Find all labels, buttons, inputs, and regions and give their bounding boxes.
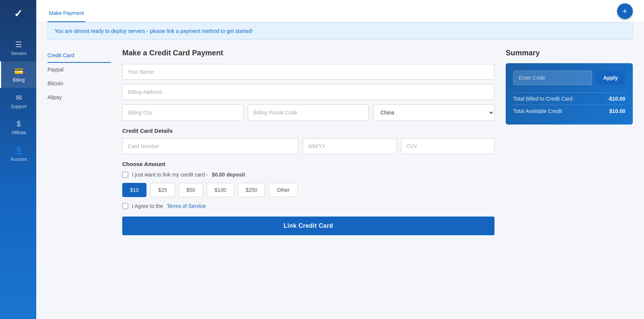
logo: ✓	[10, 4, 26, 24]
tab-make-payment[interactable]: Make Payment	[47, 10, 85, 22]
cc-details-title: Credit Card Details	[122, 128, 494, 134]
servers-icon: ☰	[15, 40, 22, 49]
sidebar: ✓ ☰ Servers 💳 Billing ✉ Support $ Affili…	[0, 0, 36, 319]
payment-method-paypal[interactable]: Paypal	[47, 63, 111, 77]
payment-method-alipay[interactable]: Alipay	[47, 91, 111, 104]
amount-btn-250[interactable]: $250	[238, 183, 265, 197]
card-number-input[interactable]	[122, 138, 298, 154]
choose-amount-title: Choose Amount	[122, 161, 494, 167]
amount-btn-25[interactable]: $25	[150, 183, 175, 197]
zero-deposit-amount: $0.00 deposit	[212, 172, 245, 178]
amount-btn-other[interactable]: Other	[269, 183, 298, 197]
sidebar-item-label-support: Support	[11, 104, 27, 109]
billing-address-group	[122, 84, 494, 100]
terms-row: I Agree to the Terms of Service	[122, 203, 494, 209]
billing-postal-input[interactable]	[248, 104, 369, 121]
sidebar-item-affiliate[interactable]: $ Affiliate	[0, 114, 36, 141]
terms-link[interactable]: Terms of Service	[167, 203, 206, 209]
sidebar-item-billing[interactable]: 💳 Billing	[0, 61, 36, 88]
card-details-row	[122, 138, 494, 154]
payment-form-panel: Make a Credit Card Payment China United …	[122, 49, 494, 310]
main-content: Make Payment + You are almost ready to d…	[36, 0, 644, 319]
amount-btn-100[interactable]: $100	[207, 183, 234, 197]
form-title: Make a Credit Card Payment	[122, 49, 494, 57]
header-tabs: Make Payment	[47, 0, 85, 22]
summary-label-billed: Total Billed to Credit Card	[513, 96, 573, 102]
summary-row-credit: Total Available Credit $10.00	[513, 105, 625, 117]
your-name-input[interactable]	[122, 64, 494, 80]
summary-value-credit: $10.00	[609, 108, 625, 114]
payment-methods-panel: Credit Card Paypal Bitcoin Alipay	[47, 49, 111, 310]
link-credit-card-button[interactable]: Link Credit Card	[122, 217, 494, 235]
sidebar-item-account[interactable]: 👤 Account	[0, 141, 36, 167]
amount-btn-50[interactable]: $50	[179, 183, 203, 197]
sidebar-item-support[interactable]: ✉ Support	[0, 88, 36, 114]
zero-deposit-label: I just want to link my credit card -	[132, 172, 208, 178]
summary-title: Summary	[506, 49, 633, 57]
terms-prefix: I Agree to the	[132, 203, 163, 209]
payment-method-credit-card[interactable]: Credit Card	[47, 49, 111, 63]
billing-city-row: China United States United Kingdom Canad…	[122, 104, 494, 121]
payment-method-bitcoin[interactable]: Bitcoin	[47, 77, 111, 91]
sidebar-item-label-billing: Billing	[13, 77, 25, 83]
billing-country-select[interactable]: China United States United Kingdom Canad…	[373, 104, 494, 121]
billing-address-input[interactable]	[122, 84, 494, 100]
support-icon: ✉	[16, 93, 22, 102]
summary-panel: Summary Apply Total Billed to Credit Car…	[506, 49, 633, 310]
sidebar-item-label-account: Account	[10, 157, 27, 162]
sidebar-item-label-affiliate: Affiliate	[11, 130, 26, 135]
sidebar-item-servers[interactable]: ☰ Servers	[0, 35, 36, 61]
zero-deposit-checkbox[interactable]	[122, 172, 128, 178]
summary-card: Apply Total Billed to Credit Card -$10.0…	[506, 63, 633, 125]
billing-icon: 💳	[14, 67, 24, 76]
affiliate-icon: $	[16, 120, 21, 128]
coupon-input[interactable]	[513, 71, 592, 85]
header: Make Payment +	[36, 0, 644, 22]
content-area: Credit Card Paypal Bitcoin Alipay Make a…	[36, 40, 644, 319]
summary-value-billed: -$10.00	[608, 96, 625, 102]
amount-btn-10[interactable]: $10	[122, 183, 147, 197]
billing-city-input[interactable]	[122, 104, 243, 121]
alert-banner: You are almost ready to deploy servers -…	[47, 22, 633, 40]
fab-button[interactable]: +	[617, 3, 633, 19]
apply-button[interactable]: Apply	[596, 71, 625, 85]
card-cvv-input[interactable]	[401, 138, 495, 154]
amount-buttons-group: $10 $25 $50 $100 $250 Other	[122, 183, 494, 197]
sidebar-item-label-servers: Servers	[11, 51, 26, 56]
summary-label-credit: Total Available Credit	[513, 108, 562, 114]
terms-checkbox[interactable]	[122, 203, 128, 209]
summary-row-billed: Total Billed to Credit Card -$10.00	[513, 92, 625, 105]
account-icon: 👤	[14, 146, 24, 155]
card-expiry-input[interactable]	[303, 138, 397, 154]
coupon-row: Apply	[513, 71, 625, 85]
your-name-group	[122, 64, 494, 80]
zero-deposit-row: I just want to link my credit card - $0.…	[122, 172, 494, 178]
